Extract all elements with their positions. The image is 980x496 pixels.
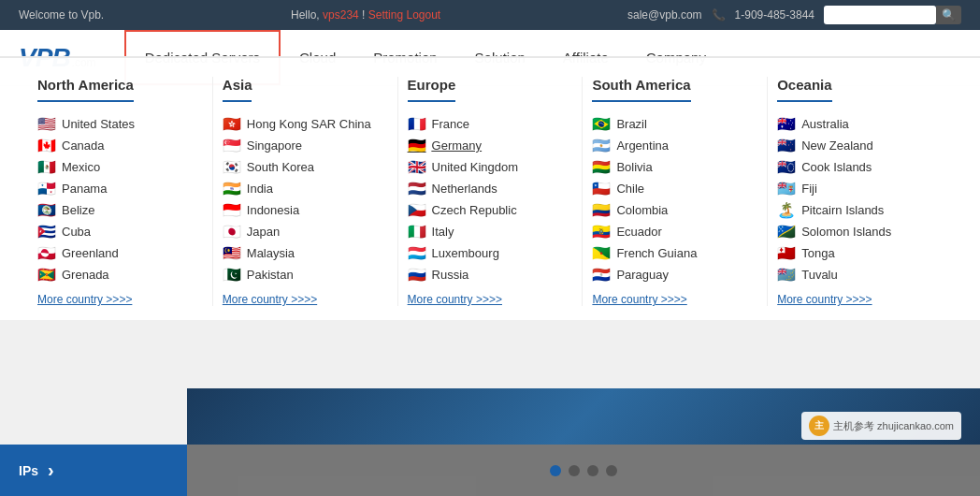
flag-icon-0-1: 🇨🇦 [37, 139, 56, 153]
country-item-2-5[interactable]: 🇮🇹Italy [408, 221, 573, 242]
country-item-0-7[interactable]: 🇬🇩Grenada [37, 264, 203, 285]
badge-icon: 主 [809, 416, 829, 436]
country-name-3-7: Paraguay [616, 268, 669, 282]
col-title-0: North America [37, 77, 134, 102]
col-title-3: South America [592, 77, 690, 102]
page-dot-3[interactable] [587, 465, 598, 476]
flag-icon-3-2: 🇧🇴 [592, 161, 611, 174]
more-link-4[interactable]: More country >>>> [777, 293, 943, 306]
dropdown-col-3: South America🇧🇷Brazil🇦🇷Argentina🇧🇴Bolivi… [583, 77, 768, 306]
country-item-0-0[interactable]: 🇺🇸United States [37, 113, 203, 135]
country-item-4-5[interactable]: 🇸🇧Solomon Islands [777, 221, 943, 242]
country-item-3-4[interactable]: 🇨🇴Colombia [592, 199, 757, 221]
country-item-2-6[interactable]: 🇱🇺Luxembourg [408, 242, 573, 264]
country-item-4-1[interactable]: 🇳🇿New Zealand [777, 135, 943, 156]
country-item-3-7[interactable]: 🇵🇾Paraguay [592, 264, 757, 285]
country-item-0-2[interactable]: 🇲🇽Mexico [37, 156, 203, 178]
country-item-0-4[interactable]: 🇧🇿Belize [37, 199, 203, 221]
country-item-4-4[interactable]: 🏝️Pitcairn Islands [777, 199, 943, 221]
search-button[interactable]: 🔍 [936, 6, 961, 24]
country-item-3-3[interactable]: 🇨🇱Chile [592, 178, 757, 199]
dropdown-menu: North America🇺🇸United States🇨🇦Canada🇲🇽Me… [0, 56, 980, 320]
col-title-1: Asia [223, 77, 252, 102]
country-item-4-6[interactable]: 🇹🇴Tonga [777, 242, 943, 264]
flag-icon-4-2: 🇨🇰 [777, 161, 796, 174]
user-info: Hello, vps234 ! Setting Logout [291, 8, 440, 22]
country-item-2-1[interactable]: 🇩🇪Germany [408, 135, 573, 156]
country-item-4-3[interactable]: 🇫🇯Fiji [777, 178, 943, 199]
country-name-1-3: India [247, 182, 273, 196]
flag-icon-1-4: 🇮🇩 [223, 204, 241, 217]
country-name-4-2: Cook Islands [801, 160, 872, 174]
page-dot-2[interactable] [569, 465, 580, 476]
country-name-1-7: Pakistan [247, 268, 294, 282]
ips-arrow-icon: › [48, 460, 54, 481]
more-link-2[interactable]: More country >>>> [408, 293, 573, 306]
setting-link[interactable]: Setting [368, 8, 403, 22]
dropdown-col-0: North America🇺🇸United States🇨🇦Canada🇲🇽Me… [28, 77, 213, 306]
username-link[interactable]: vps234 [323, 8, 359, 22]
phone-label: 1-909-485-3844 [735, 8, 814, 22]
country-name-0-6: Greenland [62, 246, 119, 260]
logout-link[interactable]: Logout [406, 8, 440, 22]
flag-icon-1-1: 🇸🇬 [223, 139, 241, 153]
country-item-3-6[interactable]: 🇬🇫French Guiana [592, 242, 757, 264]
country-name-2-3: Netherlands [432, 182, 497, 196]
country-item-3-0[interactable]: 🇧🇷Brazil [592, 113, 757, 135]
pagination [187, 465, 980, 476]
country-item-1-0[interactable]: 🇭🇰Hong Kong SAR China [223, 113, 388, 135]
country-name-3-6: French Guiana [616, 246, 697, 260]
country-item-2-4[interactable]: 🇨🇿Czech Republic [408, 199, 573, 221]
flag-icon-3-6: 🇬🇫 [592, 247, 611, 260]
country-name-2-1: Germany [432, 139, 482, 153]
flag-icon-3-7: 🇵🇾 [592, 269, 611, 282]
country-name-4-0: Australia [801, 117, 849, 131]
email-label: sale@vpb.com [627, 8, 702, 22]
bottom-bar: IPs › [0, 445, 980, 496]
flag-icon-0-4: 🇧🇿 [37, 204, 56, 217]
page-dot-4[interactable] [606, 465, 617, 476]
country-item-1-6[interactable]: 🇲🇾Malaysia [223, 242, 388, 264]
country-item-2-7[interactable]: 🇷🇺Russia [408, 264, 573, 285]
country-item-2-3[interactable]: 🇳🇱Netherlands [408, 178, 573, 199]
country-item-1-4[interactable]: 🇮🇩Indonesia [223, 199, 388, 221]
flag-icon-2-5: 🇮🇹 [408, 226, 426, 239]
country-item-2-2[interactable]: 🇬🇧United Kingdom [408, 156, 573, 178]
country-item-3-2[interactable]: 🇧🇴Bolivia [592, 156, 757, 178]
country-item-3-5[interactable]: 🇪🇨Ecuador [592, 221, 757, 242]
country-item-4-0[interactable]: 🇦🇺Australia [777, 113, 943, 135]
flag-icon-1-6: 🇲🇾 [223, 247, 241, 260]
country-name-2-6: Luxembourg [432, 246, 499, 260]
country-item-1-1[interactable]: 🇸🇬Singapore [223, 135, 388, 156]
flag-icon-3-3: 🇨🇱 [592, 182, 611, 196]
page-dot-1[interactable] [550, 465, 561, 476]
country-item-1-7[interactable]: 🇵🇰Pakistan [223, 264, 388, 285]
country-name-0-7: Grenada [62, 268, 109, 282]
dropdown-col-4: Oceania🇦🇺Australia🇳🇿New Zealand🇨🇰Cook Is… [768, 77, 952, 306]
flag-icon-2-3: 🇳🇱 [408, 182, 426, 196]
country-item-0-5[interactable]: 🇨🇺Cuba [37, 221, 203, 242]
ips-section[interactable]: IPs › [0, 445, 187, 496]
flag-icon-2-7: 🇷🇺 [408, 269, 426, 282]
more-link-3[interactable]: More country >>>> [592, 293, 757, 306]
col-title-2: Europe [408, 77, 456, 102]
country-item-0-1[interactable]: 🇨🇦Canada [37, 135, 203, 156]
country-item-0-6[interactable]: 🇬🇱Greenland [37, 242, 203, 264]
country-item-1-5[interactable]: 🇯🇵Japan [223, 221, 388, 242]
country-item-0-3[interactable]: 🇵🇦Panama [37, 178, 203, 199]
flag-icon-1-5: 🇯🇵 [223, 226, 241, 239]
more-link-0[interactable]: More country >>>> [37, 293, 203, 306]
country-item-1-3[interactable]: 🇮🇳India [223, 178, 388, 199]
welcome-text: Welcome to Vpb. [19, 8, 104, 22]
top-bar: Welcome to Vpb. Hello, vps234 ! Setting … [0, 0, 980, 30]
separator: ! [362, 8, 368, 22]
welcome-label: Welcome to Vpb. [19, 8, 104, 22]
country-item-4-2[interactable]: 🇨🇰Cook Islands [777, 156, 943, 178]
country-item-2-0[interactable]: 🇫🇷France [408, 113, 573, 135]
country-item-3-1[interactable]: 🇦🇷Argentina [592, 135, 757, 156]
country-name-0-3: Panama [62, 182, 107, 196]
search-input[interactable] [824, 6, 936, 24]
country-item-4-7[interactable]: 🇹🇻Tuvalu [777, 264, 943, 285]
country-item-1-2[interactable]: 🇰🇷South Korea [223, 156, 388, 178]
more-link-1[interactable]: More country >>>> [223, 293, 388, 306]
